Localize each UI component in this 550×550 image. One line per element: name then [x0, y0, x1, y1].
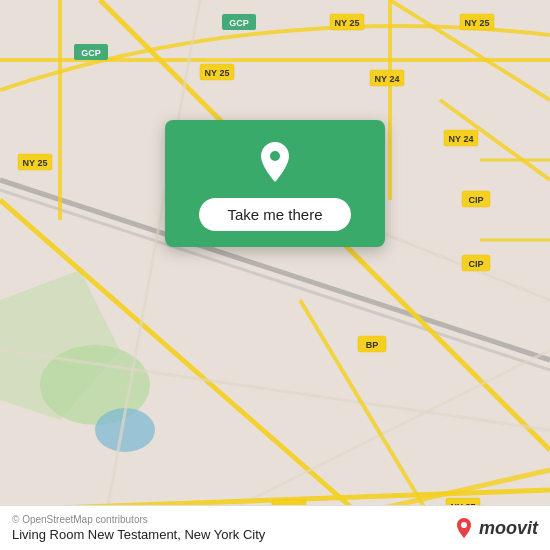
svg-text:NY 25: NY 25: [335, 18, 360, 28]
bottom-bar: © OpenStreetMap contributors Living Room…: [0, 505, 550, 550]
location-name-text: Living Room New Testament, New York City: [12, 527, 265, 542]
svg-point-52: [461, 522, 467, 528]
map-roads: GCP GCP NY 25 NY 25 NY 25 NY 25 NY 24 NY…: [0, 0, 550, 550]
moovit-brand-text: moovit: [479, 518, 538, 539]
map-container: GCP GCP NY 25 NY 25 NY 25 NY 25 NY 24 NY…: [0, 0, 550, 550]
location-card: Take me there: [165, 120, 385, 247]
take-me-there-button[interactable]: Take me there: [199, 198, 350, 231]
svg-text:CIP: CIP: [468, 195, 483, 205]
svg-text:NY 25: NY 25: [465, 18, 490, 28]
svg-text:NY 25: NY 25: [23, 158, 48, 168]
svg-point-51: [270, 151, 280, 161]
svg-text:GCP: GCP: [81, 48, 101, 58]
svg-text:NY 24: NY 24: [449, 134, 474, 144]
bottom-left: © OpenStreetMap contributors Living Room…: [12, 514, 265, 542]
svg-text:GCP: GCP: [229, 18, 249, 28]
svg-text:NY 24: NY 24: [375, 74, 400, 84]
svg-text:CIP: CIP: [468, 259, 483, 269]
svg-text:NY 25: NY 25: [205, 68, 230, 78]
attribution-text: © OpenStreetMap contributors: [12, 514, 265, 525]
svg-text:BP: BP: [366, 340, 379, 350]
moovit-pin-icon: [453, 517, 475, 539]
moovit-logo: moovit: [453, 517, 538, 539]
location-pin-icon: [251, 138, 299, 186]
